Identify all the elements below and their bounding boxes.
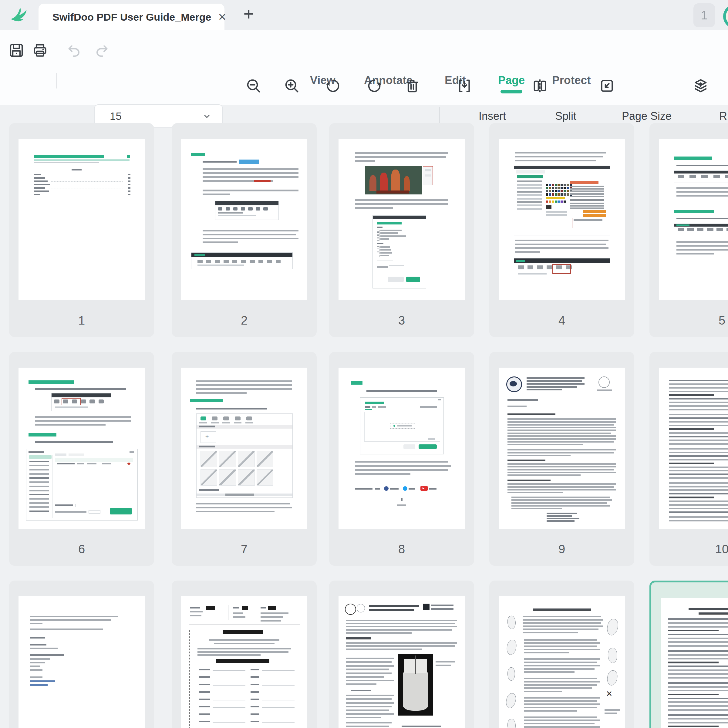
page-number-value: 15 <box>110 110 122 122</box>
tab-bar: SwifDoo PDF User Guide_Merge ✕ + 1 <box>0 0 728 30</box>
page-thumbnail-2[interactable]: 2 <box>172 123 317 337</box>
page-number-label: 10 <box>650 542 728 556</box>
toolbar-area: View Annotate Edit Page Protect 15 Inser… <box>0 30 728 105</box>
page-number-label: 4 <box>489 314 634 327</box>
page-preview-edit-guide <box>181 139 307 300</box>
page-thumbnail-14[interactable]: ✕✕✕14 <box>489 581 634 728</box>
tab-page[interactable]: Page <box>498 74 525 87</box>
split-button[interactable]: Split <box>555 110 577 122</box>
page-thumbnail-8[interactable]: ▶8 <box>329 352 474 566</box>
new-tab-button[interactable]: + <box>239 2 258 25</box>
undo-button[interactable] <box>66 43 82 58</box>
insert-button[interactable]: Insert <box>479 110 506 122</box>
redo-button[interactable] <box>94 43 110 58</box>
tab-protect[interactable]: Protect <box>552 74 590 87</box>
toolbar-divider <box>57 73 57 89</box>
page-number-label: 9 <box>489 542 634 556</box>
page-preview-illustrated-steps: ✕✕✕ <box>499 596 625 728</box>
page-size-icon <box>599 78 615 94</box>
page-number-label: 7 <box>172 542 317 556</box>
page-preview-annotate-compress <box>659 139 728 300</box>
active-tab-underline <box>500 90 522 93</box>
page-preview-sample-jar <box>338 596 465 728</box>
page-number-label: 2 <box>172 314 317 327</box>
tab-close-icon[interactable]: ✕ <box>218 12 226 22</box>
save-button[interactable] <box>9 43 24 58</box>
page-preview-dense-text <box>659 368 728 529</box>
page-thumbnail-9[interactable]: 9 <box>489 352 634 566</box>
page-thumbnail-5[interactable]: 5 <box>650 123 728 337</box>
page-preview-official-letter <box>499 368 625 529</box>
page-thumbnail-15[interactable]: 15 <box>650 581 728 728</box>
delete-page-button[interactable] <box>404 78 420 94</box>
page-thumbnail-12[interactable]: 12 <box>172 581 317 728</box>
insert-icon <box>457 78 472 94</box>
toolbar-divider <box>439 107 440 125</box>
page-thumbnail-6[interactable]: 6 <box>9 352 154 566</box>
user-avatar[interactable] <box>723 4 728 29</box>
page-size-button[interactable]: Page Size <box>622 110 671 122</box>
zoom-in-button[interactable] <box>284 78 300 94</box>
page-preview-watermark: + <box>181 368 307 529</box>
page-preview-photo-doc <box>338 139 465 300</box>
page-preview-merge-convert <box>18 368 145 529</box>
page-thumbnail-1[interactable]: 1 <box>9 123 154 337</box>
page-preview-toc <box>18 139 145 300</box>
page-thumbnail-13[interactable]: 13 <box>329 581 474 728</box>
document-tab-title: SwifDoo PDF User Guide_Merge <box>52 11 211 23</box>
page-number-label: 5 <box>650 314 728 327</box>
replace-layers-icon <box>693 78 708 94</box>
print-button[interactable] <box>32 43 48 58</box>
app-logo-bird-icon <box>8 4 31 27</box>
rotate-left-button[interactable] <box>325 78 341 94</box>
split-icon <box>532 78 548 94</box>
zoom-out-button[interactable] <box>246 78 262 94</box>
page-number-label: 8 <box>329 542 474 556</box>
chevron-down-icon <box>202 111 212 121</box>
page-thumbnail-3[interactable]: 3 <box>329 123 474 337</box>
page-thumbnail-4[interactable]: 4 <box>489 123 634 337</box>
page-thumbnail-10[interactable]: 10 <box>650 352 728 566</box>
page-preview-sign: ▶ <box>338 368 465 529</box>
page-number-label: 6 <box>9 542 154 556</box>
page-thumbnail-7[interactable]: +7 <box>172 352 317 566</box>
page-preview-report-text <box>661 598 728 728</box>
page-preview-letter <box>18 596 145 728</box>
replace-button[interactable]: R <box>719 110 727 122</box>
page-number-label: 3 <box>329 314 474 327</box>
document-tab[interactable]: SwifDoo PDF User Guide_Merge ✕ <box>38 4 225 30</box>
notification-badge[interactable]: 1 <box>693 3 715 27</box>
page-preview-form <box>181 596 307 728</box>
page-thumbnail-11[interactable]: 11 <box>9 581 154 728</box>
page-number-label: 1 <box>9 314 154 327</box>
rotate-right-button[interactable] <box>366 78 382 94</box>
page-preview-ui-doc <box>499 139 625 300</box>
